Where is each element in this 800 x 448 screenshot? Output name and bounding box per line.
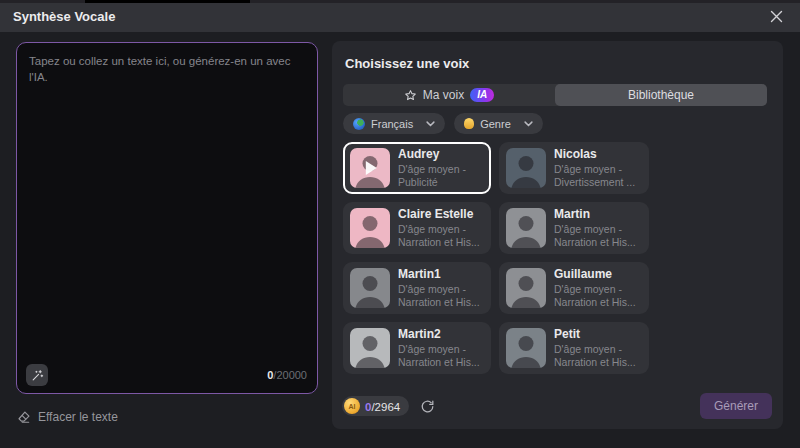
close-icon xyxy=(770,10,783,23)
voice-name: Petit xyxy=(554,327,642,342)
voice-name: Guillaume xyxy=(554,267,642,282)
voice-avatar xyxy=(506,268,546,308)
tab-ma-voix-label: Ma voix xyxy=(423,88,464,102)
voice-picker-panel: Choisissez une voix Ma voix IA Bibliothè… xyxy=(332,41,783,429)
voice-avatar xyxy=(350,268,390,308)
tab-bibliotheque[interactable]: Bibliothèque xyxy=(555,84,767,106)
clear-text-button[interactable]: Effacer le texte xyxy=(17,410,118,424)
magic-wand-icon xyxy=(31,369,44,382)
credits-pill: AI 0/2964 xyxy=(342,396,409,416)
voice-grid: Audrey D'âge moyen - Publicité Nicolas D… xyxy=(343,142,649,374)
voice-card-nicolas[interactable]: Nicolas D'âge moyen - Divertissement ... xyxy=(499,142,649,194)
voice-desc: D'âge moyen - Narration et His... xyxy=(398,343,484,369)
voice-desc: D'âge moyen - Narration et His... xyxy=(398,283,484,309)
voice-card-claire-estelle[interactable]: Claire Estelle D'âge moyen - Narration e… xyxy=(343,202,491,254)
voice-filters: Français Genre xyxy=(343,113,771,134)
voice-card-petit[interactable]: Petit D'âge moyen - Narration et His... xyxy=(499,322,649,374)
voice-desc: D'âge moyen - Narration et His... xyxy=(398,223,484,249)
genre-filter-dropdown[interactable]: Genre xyxy=(454,113,543,134)
voice-name: Martin2 xyxy=(398,327,484,342)
voice-card-martin[interactable]: Martin D'âge moyen - Narration et His... xyxy=(499,202,649,254)
language-filter-dropdown[interactable]: Français xyxy=(343,113,445,134)
voice-name: Claire Estelle xyxy=(398,207,484,222)
voice-avatar xyxy=(506,208,546,248)
voice-avatar xyxy=(506,328,546,368)
voice-card-martin2[interactable]: Martin2 D'âge moyen - Narration et His..… xyxy=(343,322,491,374)
voice-desc: D'âge moyen - Publicité xyxy=(398,163,484,189)
voice-avatar xyxy=(350,328,390,368)
char-limit: /20000 xyxy=(273,369,307,381)
chevron-down-icon xyxy=(524,121,533,127)
star-icon xyxy=(404,89,417,102)
voice-name: Martin1 xyxy=(398,267,484,282)
ai-generate-text-button[interactable] xyxy=(26,364,48,386)
chevron-down-icon xyxy=(426,121,435,127)
voice-avatar xyxy=(350,148,390,188)
voice-card-martin1[interactable]: Martin1 D'âge moyen - Narration et His..… xyxy=(343,262,491,314)
coin-icon: AI xyxy=(344,398,360,414)
tab-bibliotheque-label: Bibliothèque xyxy=(628,88,694,102)
globe-icon xyxy=(353,118,365,130)
credits-total: /2964 xyxy=(371,401,400,413)
close-button[interactable] xyxy=(766,6,786,26)
voice-tabs: Ma voix IA Bibliothèque xyxy=(343,84,767,106)
tab-ma-voix[interactable]: Ma voix IA xyxy=(343,84,555,106)
char-counter: 0/20000 xyxy=(267,369,307,381)
voice-desc: D'âge moyen - Narration et His... xyxy=(554,223,642,249)
voice-card-audrey[interactable]: Audrey D'âge moyen - Publicité xyxy=(343,142,491,194)
editor-bottom-bar: 0/20000 xyxy=(26,364,307,386)
voice-panel-title: Choisissez une voix xyxy=(345,56,771,71)
text-input[interactable] xyxy=(17,43,317,343)
synthese-vocale-dialog: Synthèse Vocale 0/20000 xyxy=(0,0,800,448)
voice-avatar xyxy=(506,148,546,188)
play-icon xyxy=(366,161,377,175)
window-top-strip-segment xyxy=(85,0,250,3)
voice-name: Nicolas xyxy=(554,147,642,162)
clear-text-label: Effacer le texte xyxy=(38,410,118,424)
voice-name: Martin xyxy=(554,207,642,222)
generate-button[interactable]: Générer xyxy=(700,393,772,419)
credits-area: AI 0/2964 xyxy=(342,396,435,416)
title-bar: Synthèse Vocale xyxy=(0,0,800,32)
voice-name: Audrey xyxy=(398,147,484,162)
voice-desc: D'âge moyen - Narration et His... xyxy=(554,283,642,309)
dialog-title: Synthèse Vocale xyxy=(13,9,115,24)
voice-desc: D'âge moyen - Narration et His... xyxy=(554,343,642,369)
voice-avatar xyxy=(350,208,390,248)
text-editor-panel: 0/20000 xyxy=(16,42,318,394)
voice-desc: D'âge moyen - Divertissement ... xyxy=(554,163,642,189)
language-filter-label: Français xyxy=(371,118,413,130)
genre-filter-label: Genre xyxy=(480,118,511,130)
bell-icon xyxy=(464,118,474,129)
voice-card-guillaume[interactable]: Guillaume D'âge moyen - Narration et His… xyxy=(499,262,649,314)
eraser-icon xyxy=(17,410,31,424)
refresh-credits-button[interactable] xyxy=(420,399,435,414)
window-top-strip xyxy=(0,0,800,3)
refresh-icon xyxy=(420,399,435,414)
ia-badge: IA xyxy=(470,88,494,102)
